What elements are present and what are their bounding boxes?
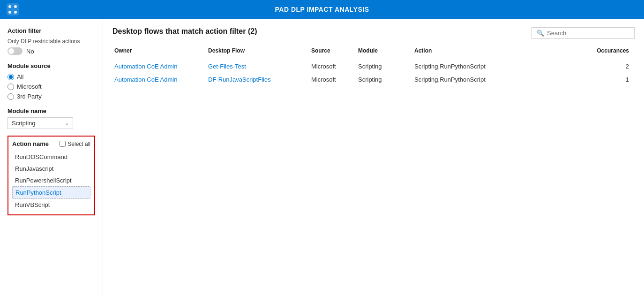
radio-third-party[interactable]: 3rd Party	[7, 93, 95, 100]
content-title: Desktop flows that match action filter (…	[112, 27, 257, 36]
col-module: Module	[356, 46, 412, 55]
col-occurances: Occurances	[544, 46, 635, 55]
svg-point-1	[8, 5, 11, 8]
select-all-checkbox[interactable]	[60, 141, 66, 147]
action-item-runvbscript[interactable]: RunVBScript	[12, 199, 90, 211]
action-list: RunDOSCommand RunJavascript RunPowershel…	[12, 151, 90, 211]
radio-microsoft[interactable]: Microsoft	[7, 83, 95, 90]
table-header-row: Owner Desktop Flow Source Module Action …	[112, 46, 635, 58]
svg-rect-0	[7, 3, 19, 15]
radio-microsoft-label: Microsoft	[17, 83, 42, 90]
svg-point-2	[14, 5, 17, 8]
action-filter-label: Action filter	[7, 27, 95, 34]
search-box[interactable]: 🔍	[532, 27, 635, 39]
data-table: Owner Desktop Flow Source Module Action …	[112, 46, 635, 86]
cell-occurrences-2: 1	[544, 75, 635, 84]
col-owner: Owner	[112, 46, 206, 55]
cell-module-2: Scripting	[356, 75, 412, 84]
cell-source-1: Microsoft	[309, 62, 356, 71]
cell-source-2: Microsoft	[309, 75, 356, 84]
action-item-runpowershellscript[interactable]: RunPowershellScript	[12, 175, 90, 186]
main-layout: Action filter Only DLP restrictable acti…	[0, 19, 644, 297]
radio-group: All Microsoft 3rd Party	[7, 73, 95, 100]
table-row: Automation CoE Admin Get-Files-Test Micr…	[112, 60, 635, 73]
col-desktop-flow: Desktop Flow	[206, 46, 309, 55]
module-dropdown-value: Scripting	[12, 120, 36, 127]
radio-all-label: All	[17, 73, 23, 80]
action-item-runjavascript[interactable]: RunJavascript	[12, 163, 90, 175]
module-source-label: Module source	[7, 62, 95, 69]
cell-desktop-flow-1[interactable]: Get-Files-Test	[206, 62, 309, 71]
radio-all[interactable]: All	[7, 73, 95, 80]
table-row: Automation CoE Admin DF-RunJavaScriptFil…	[112, 73, 635, 86]
header-title: PAD DLP IMPACT ANALYSIS	[275, 6, 369, 13]
module-name-label: Module name	[7, 107, 95, 114]
col-source: Source	[309, 46, 356, 55]
cell-owner-2[interactable]: Automation CoE Admin	[112, 75, 206, 84]
cell-occurrences-1: 2	[544, 62, 635, 71]
content-area: Desktop flows that match action filter (…	[103, 19, 644, 297]
toggle-label: No	[26, 48, 34, 55]
cell-action-2: Scripting.RunPythonScript	[412, 75, 544, 84]
search-icon: 🔍	[537, 30, 544, 37]
chevron-down-icon: ⌄	[65, 120, 69, 126]
radio-all-input[interactable]	[7, 74, 14, 80]
action-name-header: Action name Select all	[12, 140, 90, 147]
search-input[interactable]	[547, 30, 629, 37]
svg-point-4	[14, 11, 17, 14]
app-logo	[7, 3, 19, 15]
cell-owner-1[interactable]: Automation CoE Admin	[112, 62, 206, 71]
action-item-runpythonscript[interactable]: RunPythonScript	[12, 186, 90, 199]
cell-action-1: Scripting.RunPythonScript	[412, 62, 544, 71]
toggle-row: No	[7, 47, 95, 55]
action-name-label: Action name	[12, 140, 49, 147]
select-all-label: Select all	[67, 141, 90, 147]
radio-microsoft-input[interactable]	[7, 84, 14, 90]
action-name-box: Action name Select all RunDOSCommand Run…	[7, 136, 95, 215]
cell-desktop-flow-2[interactable]: DF-RunJavaScriptFiles	[206, 75, 309, 84]
only-dlp-label: Only DLP restrictable actions	[7, 38, 95, 45]
cell-module-1: Scripting	[356, 62, 412, 71]
action-item-rundoscommand[interactable]: RunDOSCommand	[12, 151, 90, 163]
content-header: Desktop flows that match action filter (…	[112, 27, 635, 39]
toggle-knob	[8, 48, 14, 54]
radio-third-party-label: 3rd Party	[17, 93, 42, 100]
app-header: PAD DLP IMPACT ANALYSIS	[0, 0, 644, 19]
radio-third-party-input[interactable]	[7, 93, 14, 100]
sidebar: Action filter Only DLP restrictable acti…	[0, 19, 103, 297]
col-action: Action	[412, 46, 544, 55]
dlp-toggle[interactable]	[7, 47, 22, 55]
select-all-row[interactable]: Select all	[60, 141, 90, 147]
module-dropdown[interactable]: Scripting ⌄	[7, 117, 73, 129]
svg-point-3	[8, 11, 11, 14]
